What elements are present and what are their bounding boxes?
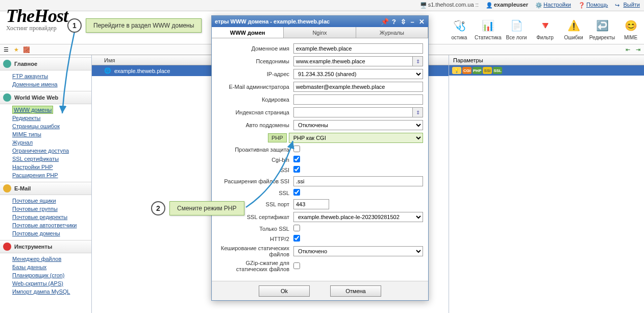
cat-icon bbox=[3, 60, 11, 68]
sidebar-item[interactable]: Доменные имена bbox=[12, 80, 91, 88]
tab-www-domain[interactable]: WWW домен bbox=[212, 27, 284, 38]
sidebar-item[interactable]: Журнал bbox=[12, 138, 91, 147]
ssi-badge: SSI bbox=[483, 67, 492, 74]
help-icon: ❓ bbox=[578, 2, 585, 9]
php-select[interactable]: PHP как CGI bbox=[289, 133, 423, 143]
sidebar-item[interactable]: Планировщик (cron) bbox=[12, 271, 91, 279]
sidebar-cat[interactable]: Главное bbox=[0, 57, 91, 70]
close-icon[interactable]: ✕ bbox=[418, 18, 425, 25]
list-icon[interactable]: ☰ bbox=[2, 45, 10, 54]
sidebar-item[interactable]: Импорт дампа MySQL bbox=[12, 287, 91, 296]
toolbar-mime[interactable]: 😊MIME bbox=[617, 17, 644, 40]
ssiext-input[interactable] bbox=[293, 176, 423, 186]
toolbar-alllogs[interactable]: 📄Все логи bbox=[503, 17, 530, 40]
logout-link[interactable]: ↪Выйти bbox=[615, 2, 640, 9]
ssi-checkbox[interactable] bbox=[293, 166, 300, 173]
cat-title: Главное bbox=[14, 61, 37, 67]
toolbar-filter[interactable]: 🔻Фильтр bbox=[532, 17, 558, 40]
sidebar-item[interactable]: Почтовые автоответчики bbox=[12, 221, 91, 229]
fav-icon[interactable]: 🧱 bbox=[22, 45, 31, 54]
tab-journals[interactable]: Журналы bbox=[356, 27, 428, 38]
sslcert-select[interactable]: example.theweb.place-le-202309281502 bbox=[293, 212, 423, 222]
toolbar-stats[interactable]: 📊Статистика bbox=[475, 17, 501, 40]
errors-label: Ошибки bbox=[560, 35, 587, 40]
annotation-1: 1 Перейдите в раздел WWW домены bbox=[67, 18, 202, 33]
cancel-button[interactable]: Отмена bbox=[330, 285, 381, 297]
cgi-badge: CGI bbox=[462, 67, 472, 74]
dialog-body: Доменное имя Псевдонимы⇕ IP-адрес91.234.… bbox=[212, 38, 428, 300]
gear-icon: ⚙️ bbox=[535, 2, 542, 9]
collapse-icon[interactable]: ⇳ bbox=[400, 18, 407, 25]
http2-checkbox[interactable] bbox=[293, 235, 300, 242]
settings-link[interactable]: ⚙️Настройки bbox=[535, 2, 571, 9]
cache-select[interactable]: Отключено bbox=[293, 246, 423, 256]
minimize-icon[interactable]: – bbox=[409, 18, 416, 25]
sidebar-item[interactable]: FTP аккаунты bbox=[12, 72, 91, 80]
collapse-right-icon[interactable]: ⇥ bbox=[634, 45, 642, 54]
toolbar-diagnostics[interactable]: 🩺остика bbox=[446, 17, 473, 40]
domain-input[interactable] bbox=[293, 43, 423, 54]
help-link[interactable]: ❓Помощь bbox=[578, 2, 608, 9]
expand-alias-icon[interactable]: ⇕ bbox=[413, 56, 423, 66]
sidebar-item[interactable]: MIME типы bbox=[12, 130, 91, 138]
gzip-checkbox[interactable] bbox=[293, 262, 300, 269]
sidebar-item[interactable]: Почтовые группы bbox=[12, 205, 91, 213]
email-input[interactable] bbox=[293, 82, 423, 92]
server-icon: 🖥️ bbox=[420, 2, 427, 9]
star-icon[interactable]: ★ bbox=[12, 45, 20, 54]
cgi-checkbox[interactable] bbox=[293, 156, 300, 162]
sidebar-item[interactable]: Почтовые ящики bbox=[12, 197, 91, 205]
tab-nginx[interactable]: Nginx bbox=[284, 27, 356, 38]
expand-index-icon[interactable]: ⇕ bbox=[413, 107, 423, 117]
logo: TheHost Хостинг провайдер bbox=[6, 5, 68, 32]
domain-params-dialog: етры WWW домена - example.theweb.plac 📌 … bbox=[211, 15, 429, 301]
sslport-input[interactable] bbox=[293, 199, 329, 209]
charset-input[interactable] bbox=[293, 94, 423, 105]
autosub-select[interactable]: Отключены bbox=[293, 120, 423, 130]
sidebar-cat[interactable]: E-Mail bbox=[0, 182, 91, 195]
annotation-1-text: Перейдите в раздел WWW домены bbox=[86, 18, 202, 33]
toolbar-errors[interactable]: ⚠️Ошибки bbox=[560, 17, 587, 40]
stats-label: Статистика bbox=[475, 35, 501, 40]
sidebar-item[interactable]: Менеджер файлов bbox=[12, 255, 91, 263]
sidebar-item[interactable]: Почтовые домены bbox=[12, 229, 91, 237]
ok-button[interactable]: Ok bbox=[259, 285, 310, 297]
sidebar-item[interactable]: Страницы ошибок bbox=[12, 122, 91, 130]
sidebar-cat[interactable]: World Wide Web bbox=[0, 91, 91, 104]
mime-label: MIME bbox=[617, 35, 644, 40]
index-label: Индексная страница bbox=[217, 109, 293, 115]
sidebar-item[interactable]: Web-скрипты (APS) bbox=[12, 279, 91, 287]
ip-select[interactable]: 91.234.33.250 (shared) bbox=[293, 69, 423, 79]
proactive-checkbox[interactable] bbox=[293, 146, 300, 152]
user-icon: 👤 bbox=[486, 2, 493, 9]
sidebar-item[interactable]: Почтовые редиректы bbox=[12, 213, 91, 221]
sidebar-item[interactable]: Базы данных bbox=[12, 263, 91, 271]
alias-input[interactable] bbox=[293, 56, 413, 66]
cat-title: Инструменты bbox=[14, 244, 52, 250]
http2-label: HTTP/2 bbox=[217, 236, 293, 242]
sidebar-cat[interactable]: Инструменты bbox=[0, 240, 91, 253]
alllogs-icon: 📄 bbox=[508, 17, 525, 34]
sidebar-item[interactable]: Настройки PHP bbox=[12, 163, 91, 171]
sidebar-item[interactable]: SSL сертификаты bbox=[12, 155, 91, 163]
params-panel: Параметры 💡 CGI PHP SSI SSL bbox=[449, 55, 644, 313]
toolbar-redirects[interactable]: ↩️Редиректы bbox=[589, 17, 615, 40]
annotation-2-text: Смените режим PHP bbox=[169, 201, 244, 215]
index-input[interactable] bbox=[293, 107, 413, 117]
ssl-checkbox[interactable] bbox=[293, 189, 300, 196]
dialog-titlebar[interactable]: етры WWW домена - example.theweb.plac 📌 … bbox=[212, 16, 428, 27]
sidebar-item[interactable]: Редиректы bbox=[12, 114, 91, 122]
sslonly-checkbox[interactable] bbox=[293, 225, 300, 231]
cgi-label: Cgi-bin bbox=[217, 157, 293, 163]
cat-title: E-Mail bbox=[14, 185, 31, 191]
pin-icon[interactable]: 📌 bbox=[381, 18, 388, 25]
sidebar-item[interactable]: Ограничение доступа bbox=[12, 147, 91, 155]
errors-icon: ⚠️ bbox=[565, 17, 582, 34]
redirects-icon: ↩️ bbox=[594, 17, 610, 34]
sidebar-item[interactable]: WWW домены bbox=[12, 106, 53, 114]
collapse-left-icon[interactable]: ⇤ bbox=[624, 45, 632, 54]
ssl-badge: SSL bbox=[493, 67, 502, 74]
domain-name: example.theweb.place bbox=[114, 68, 170, 74]
sidebar-item[interactable]: Расширения PHP bbox=[12, 171, 91, 179]
dialog-help-icon[interactable]: ? bbox=[390, 18, 398, 25]
